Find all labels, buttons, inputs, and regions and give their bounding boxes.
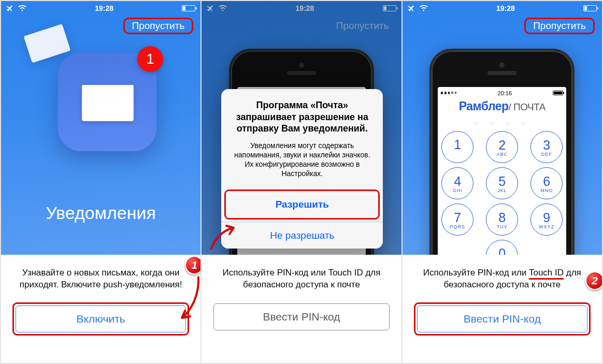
screen-3: 19:28 Пропустить 20:16 Рамблер/ ПО bbox=[403, 1, 602, 363]
alert-title: Программа «Почта» запрашивает разрешение… bbox=[221, 89, 383, 138]
inner-clock: 20:16 bbox=[498, 90, 512, 96]
key-4[interactable]: 4GHI bbox=[441, 167, 473, 199]
badge-1: 1 bbox=[137, 46, 163, 72]
alert-message: Уведомления могут содержать напоминания,… bbox=[221, 138, 383, 188]
enter-pin-button[interactable]: Ввести PIN-код bbox=[417, 305, 587, 332]
inner-battery-icon bbox=[553, 91, 563, 95]
wifi-icon bbox=[420, 5, 428, 11]
enable-button[interactable]: Включить bbox=[16, 305, 186, 332]
permission-alert: Программа «Почта» запрашивает разрешение… bbox=[221, 89, 383, 249]
status-bar: 19:28 bbox=[1, 1, 200, 13]
clock: 19:28 bbox=[95, 4, 113, 12]
annotation-highlight: Пропустить bbox=[123, 18, 194, 34]
battery-icon bbox=[182, 5, 195, 11]
notifications-desc: Узнавайте о новых письмах, когда они при… bbox=[12, 267, 189, 291]
annotation-highlight: Ввести PIN-код bbox=[414, 302, 591, 336]
airplane-mode-icon bbox=[408, 4, 416, 12]
key-5[interactable]: 5JKL bbox=[486, 167, 518, 199]
keypad: 12ABC3DEF4GHI5JKL6MNO7PQRS8TUV9WXYZ0 bbox=[438, 131, 566, 272]
annotation-arrow bbox=[208, 224, 239, 253]
screen-1: 19:28 Пропустить 1 Уведомления Узнавайте… bbox=[1, 1, 200, 363]
mail-app-icon: 1 bbox=[58, 53, 156, 151]
annotation-arrow bbox=[178, 274, 200, 322]
deny-button[interactable]: Не разрешать bbox=[221, 222, 383, 249]
clock: 19:28 bbox=[496, 4, 515, 12]
annotation-underline: Touch ID bbox=[529, 268, 564, 280]
annotation-highlight: Включить bbox=[12, 302, 189, 336]
key-1[interactable]: 1 bbox=[441, 131, 473, 163]
airplane-mode-icon bbox=[6, 4, 15, 12]
annotation-marker-1: 1 bbox=[185, 256, 200, 274]
screen-2: 19:28 Пропустить Программа «Почта» запра… bbox=[202, 1, 401, 363]
envelope-icon bbox=[82, 85, 134, 121]
enter-pin-button[interactable]: Ввести PIN-код bbox=[213, 303, 390, 330]
allow-button[interactable]: Разрешить bbox=[226, 191, 378, 218]
battery-icon bbox=[583, 5, 597, 11]
key-6[interactable]: 6MNO bbox=[530, 167, 563, 199]
key-3[interactable]: 3DEF bbox=[530, 131, 563, 163]
wifi-icon bbox=[18, 5, 26, 11]
key-9[interactable]: 9WXYZ bbox=[530, 203, 563, 236]
pin-dots: ○ ○ ○ ○ bbox=[438, 120, 566, 127]
annotation-marker-2: 2 bbox=[585, 271, 602, 290]
notifications-title: Уведомления bbox=[1, 203, 200, 223]
annotation-highlight: Пропустить bbox=[524, 18, 595, 34]
key-7[interactable]: 7PQRS bbox=[441, 203, 473, 236]
status-bar: 19:28 bbox=[403, 1, 602, 13]
pin-desc: Используйте PIN-код или Touch ID для без… bbox=[213, 267, 390, 291]
skip-link[interactable]: Пропустить bbox=[528, 18, 591, 33]
key-8[interactable]: 8TUV bbox=[486, 203, 518, 236]
annotation-highlight: Разрешить bbox=[224, 190, 380, 220]
brand-logo: Рамблер/ ПОЧТА bbox=[438, 99, 566, 113]
key-2[interactable]: 2ABC bbox=[486, 131, 518, 163]
skip-link[interactable]: Пропустить bbox=[127, 18, 190, 33]
pin-desc: Используйте PIN-код или Touch ID для без… bbox=[414, 267, 591, 291]
inner-status-bar: 20:16 bbox=[438, 87, 566, 97]
